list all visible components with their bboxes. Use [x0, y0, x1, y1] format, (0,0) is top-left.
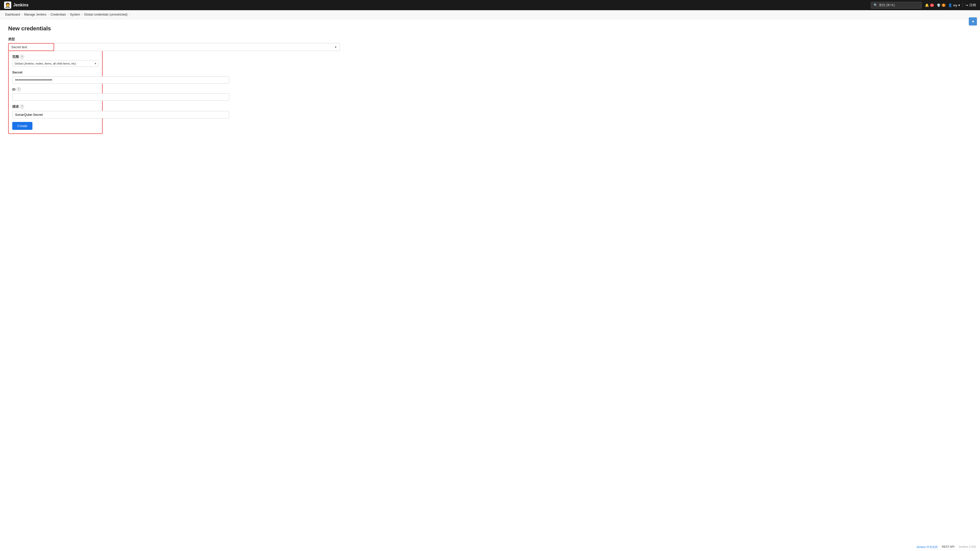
type-dropdown-arrow[interactable]: ▾	[54, 43, 340, 51]
id-label: ID ?	[12, 87, 99, 91]
search-box[interactable]: 🔍 查找 (⌘+K)	[871, 2, 922, 9]
breadcrumb-dashboard[interactable]: Dashboard	[5, 13, 20, 16]
credentials-form: 类型 Secret text ▾ 范围 ? Global (	[8, 37, 345, 134]
breadcrumb-sep-2: ›	[48, 13, 49, 16]
chevron-down-icon: ▾	[958, 3, 960, 7]
create-button[interactable]: Create	[12, 122, 32, 130]
main-content: New credentials 类型 Secret text ▾ 范围 ?	[0, 19, 980, 140]
id-help-icon[interactable]: ?	[17, 87, 21, 91]
search-placeholder: 查找 (⌘+K)	[879, 3, 895, 7]
notification-badge: 1	[930, 3, 934, 7]
secret-input[interactable]	[12, 76, 229, 84]
id-field: ID ?	[12, 87, 99, 101]
logout-button[interactable]: ↪ 注销	[963, 3, 976, 7]
user-menu[interactable]: 👤 wy ▾	[948, 3, 960, 7]
bell-icon: 🔔	[925, 3, 929, 7]
breadcrumb-sep-4: ›	[82, 13, 83, 16]
jenkins-logo[interactable]: 🤵 Jenkins	[4, 2, 29, 9]
topbar-icons: 🔔 1 🛡️ 1 👤 wy ▾ ↪ 注销	[925, 3, 976, 7]
description-field: 描述 ?	[12, 104, 99, 118]
description-help-icon[interactable]: ?	[20, 105, 24, 109]
security-badge: 1	[942, 3, 946, 7]
description-input[interactable]	[12, 111, 229, 118]
topbar: 🤵 Jenkins 🔍 查找 (⌘+K) 🔔 1 🛡️ 1 👤 wy ▾ ↪ 注…	[0, 0, 980, 10]
breadcrumb-sep-5: ›	[129, 13, 130, 16]
logout-label: 注销	[969, 3, 976, 7]
assistant-icon: ✦	[971, 19, 975, 24]
page-title: New credentials	[8, 25, 972, 32]
breadcrumb-global-credentials[interactable]: Global credentials (unrestricted)	[84, 13, 127, 16]
type-select-row: Secret text ▾	[8, 43, 340, 51]
logout-icon: ↪	[966, 3, 968, 7]
secret-field: Secret	[12, 70, 99, 84]
jenkins-logo-text: Jenkins	[13, 3, 29, 7]
chevron-down-icon-type: ▾	[335, 45, 337, 49]
scope-dropdown[interactable]: Global (Jenkins, nodes, items, all child…	[12, 60, 99, 67]
scope-help-icon[interactable]: ?	[20, 55, 24, 59]
security-icon-btn[interactable]: 🛡️ 1	[937, 3, 946, 7]
secret-label: Secret	[12, 70, 99, 74]
assistant-button[interactable]: ✦	[969, 17, 977, 25]
user-name: wy	[953, 3, 957, 7]
breadcrumb-sep-3: ›	[67, 13, 68, 16]
scope-select-wrapper: Global (Jenkins, nodes, items, all child…	[12, 60, 99, 67]
scope-label: 范围 ?	[12, 55, 99, 59]
description-label: 描述 ?	[12, 104, 99, 109]
user-icon: 👤	[948, 3, 952, 7]
breadcrumb-system[interactable]: System	[70, 13, 80, 16]
id-input[interactable]	[12, 94, 229, 101]
notification-bell[interactable]: 🔔 1	[925, 3, 934, 7]
breadcrumb-credentials[interactable]: Credentials	[50, 13, 66, 16]
credentials-detail-box: 范围 ? Global (Jenkins, nodes, items, all …	[8, 51, 103, 134]
shield-icon: 🛡️	[937, 3, 941, 7]
jenkins-icon: 🤵	[4, 2, 11, 9]
search-icon: 🔍	[873, 3, 877, 7]
type-field-label: 类型	[8, 37, 345, 41]
breadcrumb-sep-1: ›	[22, 13, 23, 16]
scope-field: 范围 ? Global (Jenkins, nodes, items, all …	[12, 55, 99, 67]
breadcrumb-manage-jenkins[interactable]: Manage Jenkins	[24, 13, 46, 16]
type-selected-value: Secret text	[8, 43, 54, 51]
breadcrumb: Dashboard › Manage Jenkins › Credentials…	[0, 10, 980, 19]
chevron-down-icon-scope: ▾	[95, 62, 96, 65]
